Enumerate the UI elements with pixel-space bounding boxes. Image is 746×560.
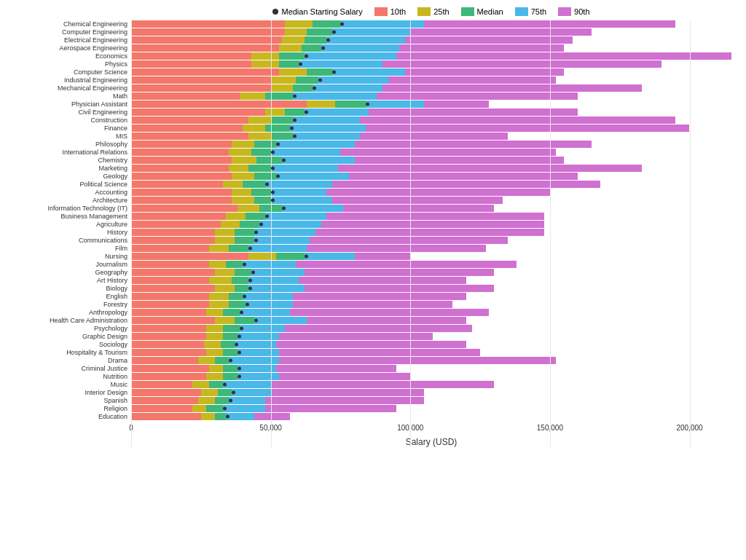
median-dot (223, 383, 227, 387)
median-dot (243, 263, 246, 267)
seg-90th-segment (279, 349, 480, 356)
bar-row: Marketing (131, 165, 731, 172)
seg-median-segment (218, 389, 232, 396)
median-dot (305, 255, 308, 259)
seg-10th-segment (131, 389, 201, 396)
seg-75th-segment (243, 261, 296, 268)
bar-label: English (0, 293, 127, 300)
seg-25th-segment (282, 36, 305, 44)
seg-25th-segment (215, 317, 235, 324)
median-dot (271, 167, 275, 170)
seg-25th-segment (221, 221, 240, 228)
median-dot (299, 63, 302, 66)
median-dot (240, 327, 243, 331)
bar-row: Criminal Justice (131, 365, 731, 372)
seg-75th-segment (223, 381, 270, 388)
seg-median-segment (243, 181, 265, 188)
bar-row: Aerospace Engineering (131, 44, 731, 52)
seg-median-segment (256, 157, 281, 164)
seg-median-segment (232, 277, 248, 284)
seg-median-segment (271, 133, 294, 140)
seg-25th-segment (204, 341, 221, 348)
bar-label: Journalism (0, 261, 127, 268)
seg-median-segment (265, 92, 293, 100)
median-dot (251, 271, 255, 275)
seg-10th-segment (131, 229, 215, 236)
seg-10th-segment (131, 309, 206, 316)
legend-median: Median (461, 7, 503, 16)
bar-segments (131, 357, 556, 364)
seg-75th-segment (248, 285, 305, 292)
bar-row: Education (131, 413, 731, 420)
bar-row: Information Technology (IT) (131, 205, 731, 212)
bar-label: Religion (0, 405, 127, 412)
seg-10th-segment (131, 213, 226, 220)
grid-line (410, 20, 411, 447)
seg-10th-segment (131, 381, 192, 388)
seg-90th-segment (307, 317, 466, 324)
seg-median-segment (215, 357, 229, 364)
seg-75th-segment (246, 301, 293, 308)
bar-segments (131, 149, 556, 156)
bar-segments (131, 333, 433, 340)
seg-25th-segment (209, 261, 226, 268)
seg-75th-segment (265, 181, 332, 188)
seg-90th-segment (355, 157, 564, 164)
seg-25th-segment (279, 44, 302, 52)
seg-25th-segment (206, 349, 223, 356)
bar-row: Nutrition (131, 373, 731, 380)
seg-10th-segment (131, 100, 307, 108)
legend-75th-label: 75th (531, 7, 546, 16)
seg-25th-segment (232, 173, 254, 180)
seg-10th-segment (131, 317, 215, 324)
seg-median-segment (223, 365, 237, 372)
bar-row: Physics (131, 60, 731, 68)
seg-75th-segment (340, 20, 424, 28)
seg-25th-segment (209, 301, 229, 308)
x-axis-label: Salary (USD) (131, 437, 731, 447)
bar-row: International Relations (131, 149, 731, 156)
seg-median-segment (223, 325, 240, 332)
bar-label: Math (0, 92, 127, 100)
seg-75th-segment (254, 237, 310, 244)
legend-75th-box (515, 7, 528, 16)
median-dot (340, 23, 344, 26)
bar-label: Industrial Engineering (0, 76, 127, 84)
bar-row: Film (131, 245, 731, 252)
bar-row: Mechanical Engineering (131, 84, 731, 92)
bar-segments (131, 381, 494, 388)
seg-10th-segment (131, 157, 232, 164)
legend-median-label: Median Starting Salary (281, 7, 362, 16)
seg-75th-segment (305, 109, 369, 116)
bar-row: Computer Engineering (131, 28, 731, 36)
chart-container: Median Starting Salary 10th 25th Median … (0, 0, 746, 560)
seg-75th-segment (366, 100, 424, 108)
seg-10th-segment (131, 397, 198, 404)
bar-segments (131, 317, 466, 324)
seg-75th-segment (237, 333, 279, 340)
seg-median-segment (206, 405, 223, 412)
seg-10th-segment (131, 197, 232, 204)
bar-segments (131, 413, 290, 420)
seg-median-segment (307, 68, 331, 76)
seg-75th-segment (248, 277, 299, 284)
bar-segments (131, 405, 396, 412)
median-dot (248, 287, 252, 291)
bar-row: Chemical Engineering (131, 20, 731, 28)
bar-segments (131, 68, 564, 76)
seg-75th-segment (293, 92, 377, 100)
seg-10th-segment (131, 269, 215, 276)
seg-median-segment (305, 36, 327, 44)
median-dot (235, 343, 238, 347)
bar-label: Information Technology (IT) (0, 205, 127, 212)
seg-90th-segment (340, 149, 555, 156)
bar-row: MIS (131, 133, 731, 140)
seg-10th-segment (131, 189, 232, 196)
seg-90th-segment (265, 397, 424, 404)
bar-row: Math (131, 92, 731, 100)
median-dot (293, 95, 297, 98)
seg-25th-segment (285, 20, 313, 28)
seg-10th-segment (131, 117, 248, 124)
median-dot (223, 407, 227, 411)
median-dot (243, 295, 246, 299)
